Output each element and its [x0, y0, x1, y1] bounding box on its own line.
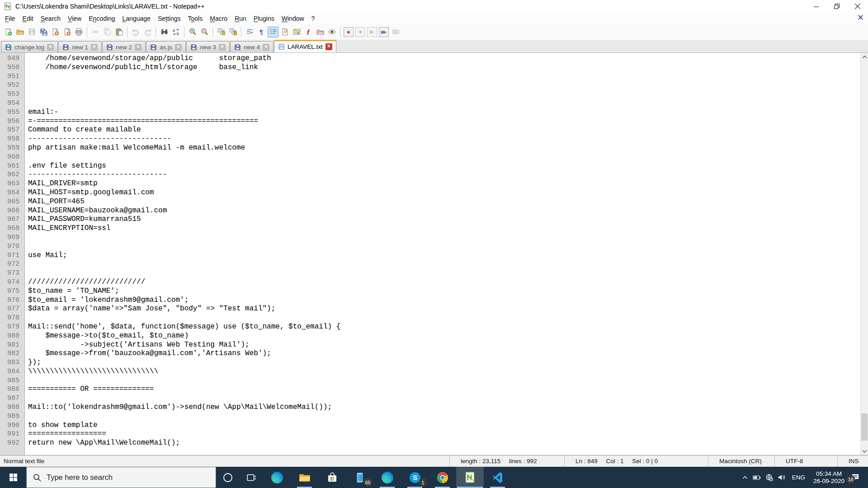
- macro-play-icon[interactable]: ▶: [367, 27, 377, 37]
- menu-language[interactable]: Language: [119, 14, 154, 23]
- code-line[interactable]: MAIL_DRIVER=smtp: [28, 179, 868, 188]
- code-line[interactable]: email:-: [28, 108, 868, 117]
- restore-button[interactable]: [826, 0, 847, 13]
- menu-macro[interactable]: Macro: [206, 14, 231, 23]
- monitoring-icon[interactable]: [326, 27, 337, 38]
- code-line[interactable]: [28, 269, 868, 278]
- menu-search[interactable]: Search: [37, 14, 64, 23]
- code-line[interactable]: $to_name = 'TO_NAME';: [28, 287, 868, 296]
- code-line[interactable]: [28, 72, 868, 81]
- code-line[interactable]: to show template: [28, 421, 868, 430]
- taskbar-skype[interactable]: S1: [401, 467, 429, 488]
- code-line[interactable]: return new \App\Mail\WelcomeMail();: [28, 439, 868, 448]
- paste-icon[interactable]: [113, 27, 124, 38]
- code-line[interactable]: ---------------------------------: [28, 135, 868, 144]
- tab-close-icon[interactable]: ×: [263, 44, 269, 51]
- menu-plugins[interactable]: Plugins: [250, 14, 278, 23]
- task-view-button[interactable]: [240, 467, 263, 488]
- code-line[interactable]: $message->from('bauzooka@gmail.com','Art…: [28, 349, 868, 358]
- battery-icon[interactable]: [753, 474, 761, 481]
- action-center-button[interactable]: 18: [851, 473, 863, 482]
- close-document-icon[interactable]: [858, 14, 863, 22]
- code-line[interactable]: $data = array('name'=>"Sam Jose", "body"…: [28, 305, 868, 314]
- close-button[interactable]: [847, 0, 868, 13]
- tab-close-icon[interactable]: ×: [175, 44, 182, 51]
- editor[interactable]: 9499509519529539549559569579589599609619…: [0, 52, 868, 455]
- menu-run[interactable]: Run: [231, 14, 250, 23]
- code-line[interactable]: [28, 242, 868, 251]
- start-button[interactable]: [0, 467, 26, 488]
- code-line[interactable]: [28, 314, 868, 323]
- menu-encoding[interactable]: Encoding: [85, 14, 118, 23]
- taskbar-chrome[interactable]: [429, 467, 456, 488]
- hidden-icons-chevron-icon[interactable]: [741, 474, 749, 481]
- code-line[interactable]: MAIL_USERNAME=bauzooka@gmail.com: [28, 206, 868, 216]
- code-line[interactable]: $to_email = 'lokendrashm9@gmail.com';: [28, 296, 868, 305]
- tab-new-2[interactable]: new 2×: [102, 41, 146, 52]
- code-line[interactable]: $message->to($to_email, $to_name): [28, 332, 868, 341]
- code-line[interactable]: Command to create mailable: [28, 126, 868, 135]
- tab-new-4[interactable]: new 4×: [230, 41, 274, 52]
- menu-window[interactable]: Window: [278, 14, 308, 23]
- code-line[interactable]: =-======================================…: [28, 117, 868, 126]
- code-line[interactable]: .env file settings: [28, 162, 868, 171]
- code-line[interactable]: /home/sevenwond/public_html/storage base…: [28, 63, 868, 72]
- cortana-button[interactable]: [216, 467, 240, 488]
- taskbar-notepad-plus-plus[interactable]: [456, 467, 484, 488]
- code-line[interactable]: Mail::to('lokendrashm9@gmail.com')->send…: [28, 403, 868, 412]
- code-line[interactable]: \\\\\\\\\\\\\\\\\\\\\\\\\\\\\\: [28, 367, 868, 376]
- tab-change-log[interactable]: change.log×: [1, 41, 58, 52]
- cut-icon[interactable]: ✂: [90, 27, 101, 38]
- macro-stop-icon[interactable]: ■: [355, 27, 365, 37]
- zoom-in-icon[interactable]: [187, 27, 198, 38]
- tab-close-icon[interactable]: ×: [91, 44, 98, 51]
- search-input[interactable]: Type here to search: [26, 467, 216, 488]
- tab-new-1[interactable]: new 1×: [58, 41, 102, 52]
- macro-record-icon[interactable]: ●: [344, 27, 354, 37]
- code-line[interactable]: [28, 233, 868, 242]
- print-icon[interactable]: [73, 27, 84, 38]
- code-line[interactable]: --------------------------------: [28, 170, 868, 179]
- code-line[interactable]: MAIL_PASSWORD=kumarrana515: [28, 215, 868, 224]
- redo-icon[interactable]: [142, 27, 153, 38]
- language-indicator[interactable]: ENG: [790, 474, 807, 481]
- tab-close-icon[interactable]: ×: [135, 44, 142, 51]
- sync-vertical-icon[interactable]: [216, 27, 226, 38]
- folder-as-workspace-icon[interactable]: [315, 27, 326, 38]
- scroll-down-icon[interactable]: [861, 447, 868, 455]
- code-line[interactable]: ->subject('Artisans Web Testing Mail');: [28, 341, 868, 350]
- code-line[interactable]: [28, 99, 868, 108]
- undo-icon[interactable]: [130, 27, 141, 38]
- code-line[interactable]: [28, 412, 868, 421]
- open-file-icon[interactable]: [14, 27, 25, 38]
- code-line[interactable]: php artisan make:mail WelcomeMail -m ema…: [28, 144, 868, 153]
- vertical-scrollbar[interactable]: [860, 53, 868, 455]
- code-line[interactable]: /home/sevenwond/storage/app/public stora…: [28, 54, 868, 63]
- find-icon[interactable]: [159, 27, 170, 38]
- code-line[interactable]: MAIL_PORT=465: [28, 197, 868, 206]
- sync-horizontal-icon[interactable]: [227, 27, 238, 38]
- taskbar-your-phone[interactable]: 65: [346, 467, 373, 488]
- scroll-up-icon[interactable]: [861, 53, 868, 61]
- zoom-out-icon[interactable]: [199, 27, 210, 38]
- minimize-button[interactable]: [806, 0, 826, 13]
- taskbar-edge[interactable]: [263, 467, 291, 488]
- menu-tools[interactable]: Tools: [184, 14, 207, 23]
- taskbar-edge-beta[interactable]: [373, 467, 401, 488]
- code-line[interactable]: use Mail;: [28, 251, 868, 260]
- tab-close-icon[interactable]: ×: [326, 43, 332, 50]
- taskbar-microsoft-store[interactable]: [318, 467, 346, 488]
- code-line[interactable]: ///////////////////////////: [28, 278, 868, 287]
- macro-run-multiple-icon[interactable]: ▶▶: [379, 27, 389, 37]
- tab-as-js[interactable]: as.js×: [146, 41, 186, 52]
- new-file-icon[interactable]: [3, 27, 14, 38]
- taskbar-file-explorer[interactable]: [291, 467, 318, 488]
- menu-edit[interactable]: Edit: [19, 14, 37, 23]
- menu-help[interactable]: ?: [308, 14, 319, 23]
- save-all-icon[interactable]: [38, 27, 49, 38]
- text-area[interactable]: /home/sevenwond/storage/app/public stora…: [25, 53, 868, 455]
- volume-icon[interactable]: [778, 474, 786, 481]
- close-file-icon[interactable]: [50, 27, 61, 38]
- taskbar-vscode[interactable]: [484, 467, 511, 488]
- tab-close-icon[interactable]: ×: [47, 44, 54, 51]
